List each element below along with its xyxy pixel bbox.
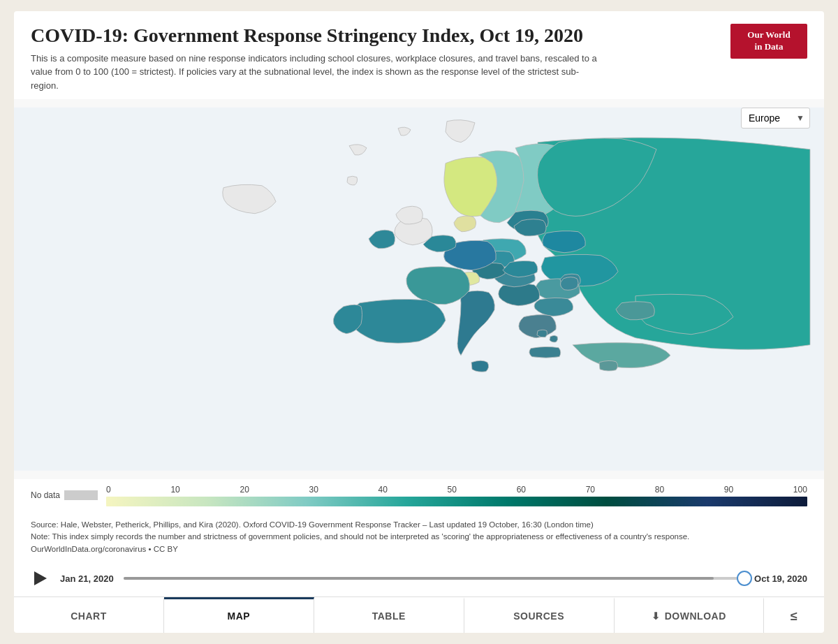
legend-gradient (106, 497, 807, 506)
tab-table[interactable]: TABLE (314, 597, 464, 633)
tab-sources-label: SOURCES (513, 610, 564, 622)
legend-gradient-wrapper: 0 10 20 30 40 50 60 70 80 90 100 (106, 485, 807, 506)
play-icon (34, 571, 47, 585)
tab-download-label: DOWNLOAD (665, 610, 726, 622)
timeline-area: Jan 21, 2020 Oct 19, 2020 (14, 563, 824, 597)
tab-chart-label: CHART (71, 610, 107, 622)
tab-share[interactable]: ≤ (764, 597, 824, 633)
source-line1: Source: Hale, Webster, Petherick, Philli… (31, 519, 807, 532)
timeline-end-date: Oct 19, 2020 (754, 573, 807, 584)
main-card: COVID-19: Government Response Stringency… (14, 11, 824, 633)
no-data-color-box (64, 490, 98, 500)
tab-bar: CHART MAP TABLE SOURCES ⬇ DOWNLOAD ≤ (14, 597, 824, 633)
timeline-thumb[interactable] (737, 571, 752, 586)
chart-title: COVID-19: Government Response Stringency… (31, 24, 807, 47)
europe-map (14, 99, 824, 478)
timeline-track[interactable] (124, 577, 744, 580)
share-icon: ≤ (791, 609, 797, 624)
legend-labels: 0 10 20 30 40 50 60 70 80 90 100 (106, 485, 807, 495)
map-container: Europe World Asia Africa Americas Oceani… (14, 99, 824, 478)
tab-chart[interactable]: CHART (14, 597, 164, 633)
timeline-start-date: Jan 21, 2020 (60, 573, 114, 584)
chart-subtitle: This is a composite measure based on nin… (31, 52, 603, 93)
source-line3: OurWorldInData.org/coronavirus • CC BY (31, 543, 807, 556)
legend-area: No data 0 10 20 30 40 50 60 70 80 90 100 (14, 479, 824, 513)
tab-download[interactable]: ⬇ DOWNLOAD (615, 597, 765, 633)
header: COVID-19: Government Response Stringency… (14, 11, 824, 99)
timeline-fill (124, 577, 714, 580)
source-line2: Note: This index simply records the numb… (31, 531, 807, 543)
region-selector-wrapper: Europe World Asia Africa Americas Oceani… (741, 108, 810, 129)
source-area: Source: Hale, Webster, Petherick, Philli… (14, 513, 824, 563)
download-icon: ⬇ (652, 610, 661, 622)
region-selector[interactable]: Europe World Asia Africa Americas Oceani… (741, 108, 810, 129)
tab-map-label: MAP (228, 610, 251, 622)
logo-line1: Our World (737, 29, 800, 41)
play-button[interactable] (31, 569, 50, 588)
logo-line2: in Data (737, 41, 800, 53)
tab-map[interactable]: MAP (164, 597, 314, 633)
tab-table-label: TABLE (372, 610, 406, 622)
no-data-label: No data (31, 490, 60, 500)
owid-logo: Our World in Data (730, 24, 807, 59)
tab-sources[interactable]: SOURCES (464, 597, 615, 633)
